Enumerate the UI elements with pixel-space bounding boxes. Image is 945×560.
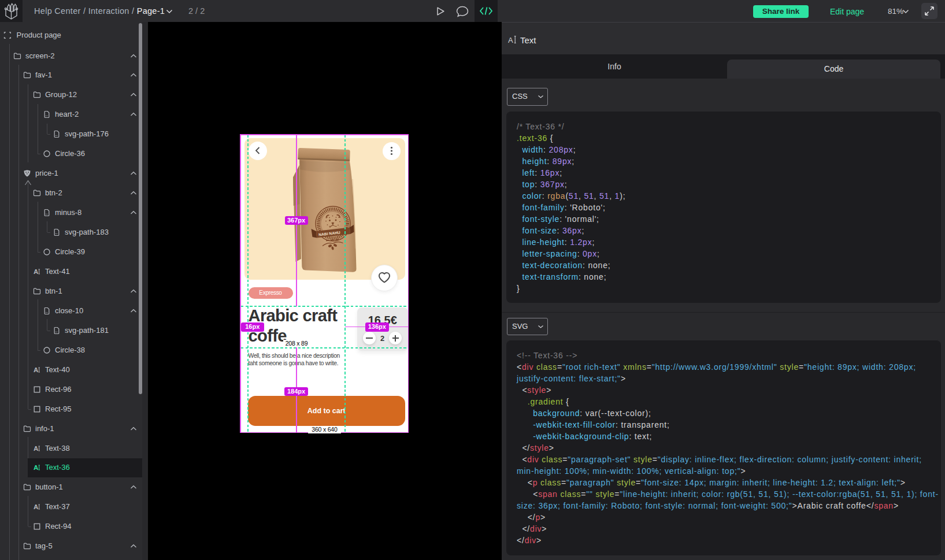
svg-text:A: A: [508, 36, 513, 44]
svg-text:A: A: [34, 268, 38, 275]
svg-text:A: A: [34, 366, 38, 373]
svg-text:A: A: [34, 503, 38, 510]
svg-text:A: A: [34, 445, 38, 452]
svg-text:A: A: [34, 464, 38, 471]
